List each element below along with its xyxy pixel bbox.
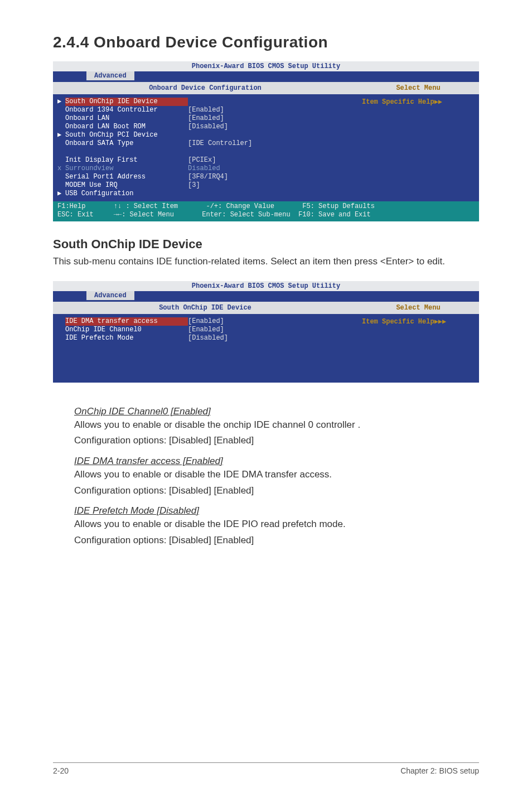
bios-item-value: [3] xyxy=(188,181,200,190)
bios-mark-icon xyxy=(57,326,65,334)
config-items-block: OnChip IDE Channel0 [Enabled] Allows you… xyxy=(74,406,479,548)
bios-tab-advanced[interactable]: Advanced xyxy=(86,71,134,80)
bios-item-label: Onboard SATA Type xyxy=(65,139,188,148)
bios-footer-line2: ESC: Exit →←: Select Menu Enter: Select … xyxy=(57,211,371,219)
item-ide-prefetch-title: IDE Prefetch Mode [Disabled] xyxy=(74,505,479,516)
section-title: 2.4.4 Onboard Device Configuration xyxy=(53,33,479,51)
bios-item-label: Onboard 1394 Controller xyxy=(65,106,188,114)
bios-item-label: Onboard LAN xyxy=(65,114,188,123)
bios-item-value: Disabled xyxy=(188,165,220,173)
bios-mark-icon xyxy=(57,139,65,148)
page-number: 2-20 xyxy=(53,766,69,775)
bios-item-label: OnChip IDE Channel0 xyxy=(65,326,188,334)
bios-menu-item[interactable]: ▶South OnChip PCI Device xyxy=(57,131,357,139)
item-onchip-channel0-opts: Configuration options: [Disabled] [Enabl… xyxy=(74,434,479,448)
bios-item-value: [PCIEx] xyxy=(188,156,216,165)
bios-item-label: Onboard LAN Boot ROM xyxy=(65,123,188,131)
bios-item-label: USB Configuration xyxy=(65,190,188,198)
bios-mark-icon xyxy=(57,123,65,131)
bios-menu-item[interactable]: xSurroundviewDisabled xyxy=(57,165,357,173)
bios-item-label: MODEM Use IRQ xyxy=(65,181,188,190)
bios-menu-item[interactable]: ▶USB Configuration xyxy=(57,190,357,198)
bios-mark-icon xyxy=(57,317,65,326)
bios-item-value: [Enabled] xyxy=(188,106,224,114)
bios-mark-icon: ▶ xyxy=(57,98,65,106)
bios-item-label: Serial Port1 Address xyxy=(65,173,188,181)
bios-menu-item[interactable]: Onboard LAN[Enabled] xyxy=(57,114,357,123)
bios-item-label: Init Display First xyxy=(65,156,188,165)
bios-left-header: Onboard Device Configuration xyxy=(53,82,357,94)
item-ide-dma-title: IDE DMA transfer access [Enabled] xyxy=(74,456,479,467)
bios-menu-item[interactable]: Serial Port1 Address[3F8/IRQ4] xyxy=(57,173,357,181)
bios-help-text-2: Item Specific Help▶▶▶ xyxy=(357,314,479,329)
bios-item-label: South OnChip IDE Device xyxy=(65,98,188,106)
bios-item-value: [Enabled] xyxy=(188,114,224,123)
bios-item-value: [Disabled] xyxy=(188,334,228,342)
bios-mark-icon xyxy=(57,173,65,181)
bios-menu-item[interactable]: Init Display First[PCIEx] xyxy=(57,156,357,165)
bios-menu-item[interactable]: MODEM Use IRQ[3] xyxy=(57,181,357,190)
bios-right-header-2: Select Menu xyxy=(357,302,479,314)
bios-left-body: ▶South OnChip IDE Device Onboard 1394 Co… xyxy=(53,94,357,201)
bios-title: Phoenix-Award BIOS CMOS Setup Utility xyxy=(53,61,479,71)
bios-menu-item[interactable] xyxy=(57,148,357,156)
item-onchip-channel0-desc: Allows you to enable or disable the onch… xyxy=(74,418,479,432)
bios-menu-item[interactable]: Onboard 1394 Controller[Enabled] xyxy=(57,106,357,114)
bios-tabbar-2: Advanced xyxy=(53,291,479,301)
bios-menu-item[interactable]: IDE Prefetch Mode[Disabled] xyxy=(57,334,357,342)
bios-item-label: South OnChip PCI Device xyxy=(65,131,188,139)
help-arrow-icon: ▶▶ xyxy=(434,98,442,106)
item-ide-dma-desc: Allows you to enable or disable the IDE … xyxy=(74,468,479,482)
item-ide-prefetch-opts: Configuration options: [Disabled] [Enabl… xyxy=(74,534,479,548)
bios-footer-line1: F1:Help ↑↓ : Select Item -/+: Change Val… xyxy=(57,202,375,210)
south-onchip-desc: This sub-menu contains IDE function-rela… xyxy=(53,255,479,269)
item-ide-prefetch-desc: Allows you to enable or disable the IDE … xyxy=(74,518,479,532)
bios-title-2: Phoenix-Award BIOS CMOS Setup Utility xyxy=(53,281,479,291)
bios-item-value: [IDE Controller] xyxy=(188,139,252,148)
bios-mark-icon: ▶ xyxy=(57,190,65,198)
bios-item-value: [3F8/IRQ4] xyxy=(188,173,228,181)
bios-item-value: [Enabled] xyxy=(188,326,224,334)
bios-mark-icon xyxy=(57,106,65,114)
item-onchip-channel0-title: OnChip IDE Channel0 [Enabled] xyxy=(74,406,479,417)
bios-menu-item[interactable]: IDE DMA transfer access[Enabled] xyxy=(57,317,357,326)
bios-item-value: [Enabled] xyxy=(188,317,224,326)
bios-left-body-2: IDE DMA transfer access[Enabled] OnChip … xyxy=(53,314,357,381)
bios-menu-item[interactable]: Onboard SATA Type[IDE Controller] xyxy=(57,139,357,148)
bios-mark-icon: x xyxy=(57,165,65,173)
bios-help-label: Item Specific Help xyxy=(362,98,434,106)
bios-mark-icon xyxy=(57,148,65,156)
item-ide-dma-opts: Configuration options: [Disabled] [Enabl… xyxy=(74,484,479,498)
bios-panel-south-onchip: Phoenix-Award BIOS CMOS Setup Utility Ad… xyxy=(53,281,479,383)
south-onchip-title: South OnChip IDE Device xyxy=(53,237,479,252)
bios-mark-icon xyxy=(57,181,65,190)
bios-menu-item[interactable]: Onboard LAN Boot ROM[Disabled] xyxy=(57,123,357,131)
bios-menu-item[interactable]: ▶South OnChip IDE Device xyxy=(57,98,357,106)
bios-right-header: Select Menu xyxy=(357,82,479,94)
bios-help-label-2: Item Specific Help xyxy=(362,318,434,326)
bios-item-label: Surroundview xyxy=(65,165,188,173)
bios-item-label: IDE DMA transfer access xyxy=(65,317,188,326)
bios-item-value: [Disabled] xyxy=(188,123,228,131)
bios-mark-icon: ▶ xyxy=(57,131,65,139)
bios-tab-advanced-2[interactable]: Advanced xyxy=(86,291,134,300)
bios-tabbar: Advanced xyxy=(53,71,479,81)
bios-item-label: IDE Prefetch Mode xyxy=(65,334,188,342)
bios-mark-icon xyxy=(57,156,65,165)
page-footer: 2-20 Chapter 2: BIOS setup xyxy=(53,762,479,775)
bios-mark-icon xyxy=(57,114,65,123)
bios-left-header-2: South OnChip IDE Device xyxy=(53,302,357,314)
help-arrow-icon-2: ▶▶▶ xyxy=(434,318,447,326)
bios-mark-icon xyxy=(57,334,65,342)
bios-footer: F1:Help ↑↓ : Select Item -/+: Change Val… xyxy=(53,201,479,221)
bios-menu-item[interactable]: OnChip IDE Channel0[Enabled] xyxy=(57,326,357,334)
bios-panel-onboard-device: Phoenix-Award BIOS CMOS Setup Utility Ad… xyxy=(53,61,479,221)
chapter-label: Chapter 2: BIOS setup xyxy=(400,766,479,775)
bios-help-text: Item Specific Help▶▶ xyxy=(357,94,479,109)
